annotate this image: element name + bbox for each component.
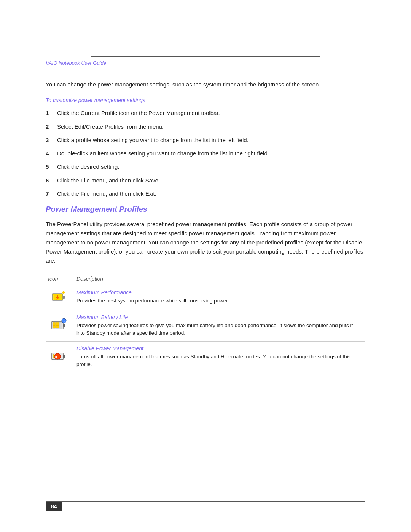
desc-cell-max-battery: Maximum Battery Life Provides power savi… <box>74 310 365 342</box>
step-text-7: Click the File menu, and then click Exit… <box>57 189 365 198</box>
step-text-1: Click the Current Profile icon on the Po… <box>57 109 365 117</box>
profile-name-disable-power: Disable Power Management <box>76 345 361 351</box>
desc-cell-max-performance: Maximum Performance Provides the best sy… <box>74 284 365 310</box>
power-profiles-body: The PowerPanel utility provides several … <box>46 220 365 265</box>
svg-rect-11 <box>63 324 65 327</box>
table-header-row: Icon Description <box>46 273 365 284</box>
step-3: 3 Click a profile whose setting you want… <box>46 136 365 144</box>
bottom-rule <box>46 501 365 502</box>
step-text-6: Click the File menu, and then click Save… <box>57 176 365 185</box>
step-number-4: 4 <box>46 149 57 158</box>
step-text-5: Click the desired setting. <box>57 162 365 171</box>
step-number-1: 1 <box>46 109 57 117</box>
step-5: 5 Click the desired setting. <box>46 162 365 171</box>
step-6: 6 Click the File menu, and then click Sa… <box>46 176 365 185</box>
svg-text:OFF: OFF <box>55 356 61 358</box>
profile-name-max-performance: Maximum Performance <box>76 289 361 296</box>
breadcrumb: VAIO Notebook User Guide <box>46 60 106 66</box>
step-text-3: Click a profile whose setting you want t… <box>57 136 365 144</box>
profile-desc-disable-power: Turns off all power management features … <box>76 354 350 367</box>
svg-rect-14 <box>59 322 62 328</box>
col-header-icon: Icon <box>46 273 74 284</box>
step-text-4: Double-click an item whose setting you w… <box>57 149 365 158</box>
maximum-battery-life-icon <box>51 317 67 334</box>
step-number-6: 6 <box>46 176 57 185</box>
step-text-2: Select Edit/Create Profiles from the men… <box>57 122 365 131</box>
profile-desc-max-battery: Provides power saving features to give y… <box>76 323 353 336</box>
table-row-disable-power: OFF Disable Power Management Turns off a… <box>46 341 365 372</box>
content-area: You can change the power management sett… <box>46 80 365 380</box>
icon-cell-max-battery <box>46 310 74 342</box>
icon-cell-disable-power: OFF <box>46 341 74 372</box>
page-number: 84 <box>46 502 62 511</box>
step-number-3: 3 <box>46 136 57 144</box>
power-profiles-heading: Power Management Profiles <box>46 205 365 214</box>
table-row-max-performance: Maximum Performance Provides the best sy… <box>46 284 365 310</box>
table-row-max-battery: Maximum Battery Life Provides power savi… <box>46 310 365 342</box>
top-rule <box>91 56 320 57</box>
steps-list: 1 Click the Current Profile icon on the … <box>46 109 365 198</box>
step-number-2: 2 <box>46 122 57 131</box>
page-container: VAIO Notebook User Guide You can change … <box>0 0 411 532</box>
profile-desc-max-performance: Provides the best system performance whi… <box>76 298 229 304</box>
svg-rect-1 <box>63 296 65 299</box>
step-number-7: 7 <box>46 189 57 198</box>
customize-heading: To customize power management settings <box>46 97 365 103</box>
icon-cell-max-performance <box>46 284 74 310</box>
profile-name-max-battery: Maximum Battery Life <box>76 314 361 320</box>
profiles-table: Icon Description <box>46 273 365 372</box>
maximum-performance-icon <box>51 288 67 305</box>
svg-rect-21 <box>63 355 65 358</box>
intro-paragraph: You can change the power management sett… <box>46 80 365 89</box>
disable-power-management-icon: OFF <box>51 348 67 364</box>
step-7: 7 Click the File menu, and then click Ex… <box>46 189 365 198</box>
step-1: 1 Click the Current Profile icon on the … <box>46 109 365 117</box>
desc-cell-disable-power: Disable Power Management Turns off all p… <box>74 341 365 372</box>
step-number-5: 5 <box>46 162 57 171</box>
step-2: 2 Select Edit/Create Profiles from the m… <box>46 122 365 131</box>
step-4: 4 Double-click an item whose setting you… <box>46 149 365 158</box>
col-header-description: Description <box>74 273 365 284</box>
